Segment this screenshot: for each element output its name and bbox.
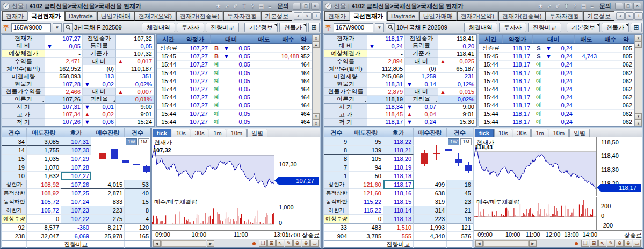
chart-interval-tab[interactable]: 30s [191,129,209,137]
bid-count[interactable]: 45 [447,189,473,197]
bid-qty[interactable]: 833 [91,197,125,206]
window-control-button[interactable]: – [293,3,301,10]
scroll-track[interactable] [161,240,206,247]
depth-compare-label[interactable]: 잔량비교 [61,241,91,248]
toolbar-button[interactable]: 기본정보 [244,23,278,32]
view-tab[interactable]: 국선현재가 [350,11,387,21]
ask-qty[interactable]: 3,085 [27,137,61,146]
chart-tool-button[interactable]: ↖ [276,240,284,247]
view-tab[interactable]: 단일가매매 [419,11,457,21]
ask-count[interactable]: 10 [2,172,27,180]
ask-price[interactable]: 107,28 [61,163,91,172]
bid-price[interactable]: 118,17 [383,180,414,189]
toolbar-button[interactable]: 잔량비교 [206,23,239,32]
ask-qty[interactable]: 1,755 [27,146,61,155]
chart-tool-button[interactable]: ⊕ [624,240,632,247]
toolbar-button[interactable]: 현물가 [279,23,307,32]
ask-count[interactable]: 8 [324,155,349,163]
bid-qty[interactable]: 319 [414,197,447,206]
bid-price[interactable]: 107,26 [61,180,91,189]
chart-tool-button[interactable]: ✎ [285,240,293,247]
slider-handle-icon[interactable] [575,242,578,245]
tab-scroll-button[interactable]: > [625,12,634,20]
chart-interval-tab[interactable]: tick [153,129,171,137]
scroll-right-button[interactable]: ▶ [529,240,537,247]
titlebar-icon[interactable]: ★ [215,3,222,9]
vertical-scrollbar[interactable]: ⊼ ▲ ▼ ⊻ [312,35,320,126]
bid-price[interactable]: 107,22 [61,215,91,223]
view-tab[interactable]: 단일가매매 [97,11,134,21]
ask-count[interactable]: 9 [324,137,349,146]
window-control-button[interactable]: □ [624,3,632,10]
titlebar-icon[interactable]: ✐ [554,3,561,9]
bid-count[interactable]: 53 [125,180,150,189]
period-button[interactable]: 1M [138,138,149,145]
tab-scroll-button[interactable]: + [634,12,643,20]
ask-qty[interactable]: 50 [349,172,383,180]
chart-tool-button[interactable]: ❏ [259,240,267,247]
symbol-code-input[interactable] [11,23,51,32]
grid-view-button[interactable]: ⊞ [631,23,642,32]
ask-qty[interactable]: 95 [349,137,383,146]
code-dropdown-button[interactable]: ▼ [375,23,384,32]
toolbar-button[interactable]: 체결내역 [464,23,497,32]
chart-tool-button[interactable]: ⊕ [302,240,310,247]
view-tab[interactable]: Daytrade [387,11,419,21]
chart-interval-tab[interactable]: 10m [227,129,247,137]
search-button[interactable] [63,23,73,32]
chart-interval-tab[interactable]: 10s [172,129,190,137]
toolbar-button[interactable]: 현물가 [602,23,629,32]
search-button[interactable] [386,23,395,32]
view-tab[interactable]: 현재가 [2,11,27,21]
view-tab[interactable]: 현재가 [324,11,350,21]
toolbar-button[interactable]: 기본정보 [567,23,600,32]
bid-count[interactable]: 23 [447,197,473,206]
scroll-left-button[interactable]: ◀ [475,240,483,247]
toolbar-button[interactable]: 체결내역 [142,23,175,32]
view-tab[interactable]: 투자자현황 [545,11,583,21]
vertical-scrollbar[interactable]: ⊼ ▲ ▼ ⊻ [634,35,642,126]
titlebar-icon[interactable]: ↗ [223,3,230,9]
bid-price[interactable]: 118,13 [383,215,414,223]
bid-price[interactable]: 107,25 [61,189,91,197]
chart-interval-tab[interactable]: tick [475,129,494,137]
ask-count[interactable]: 14 [2,146,27,155]
chart-tool-button[interactable]: ❏ [581,240,589,247]
bid-price[interactable]: 107,23 [61,206,91,215]
chart-interval-tab[interactable]: 일별 [247,129,267,137]
ask-count[interactable]: 34 [2,137,27,146]
grid-view-button[interactable]: ⊞ [308,23,320,32]
period-button[interactable]: 1W [448,138,460,145]
ask-price[interactable]: 107,30 [61,146,91,155]
chart-tool-button[interactable]: ↖ [598,240,606,247]
zoom-slider[interactable] [215,240,258,247]
chart-interval-tab[interactable]: 일별 [569,129,590,137]
ask-price[interactable]: 118,20 [383,155,414,163]
inquiry-menu[interactable]: 문의 [599,2,611,10]
chart-tool-button[interactable]: ⊖ [616,240,624,247]
ask-price[interactable]: 118,21 [383,146,414,155]
view-tab[interactable]: 기본정보 [261,11,292,21]
ask-qty[interactable]: 139 [349,146,383,155]
ask-count[interactable]: 19 [2,163,27,172]
chart-interval-tab[interactable]: 10m [549,129,569,137]
bid-count[interactable]: 40 [125,189,150,197]
scroll-up-button[interactable]: ▲ [313,41,320,48]
period-button[interactable]: 1W [126,138,138,145]
chart-interval-tab[interactable]: 30s [513,129,531,137]
bid-qty[interactable]: 638 [414,189,447,197]
titlebar-icon[interactable]: ✐ [232,3,239,9]
titlebar-icon[interactable]: T [563,3,570,9]
bid-count[interactable]: 4 [125,215,150,223]
chart-interval-tab[interactable]: 1m [209,129,226,137]
scroll-bottom-button[interactable]: ⊻ [635,120,642,126]
titlebar-icon[interactable]: ▤ [258,3,265,9]
titlebar-icon[interactable]: T [241,3,248,9]
window-control-button[interactable]: × [311,3,319,10]
bid-price[interactable]: 118,14 [383,206,414,215]
ask-price[interactable]: 118,22 [383,137,414,146]
ask-qty[interactable]: 1,035 [27,155,61,163]
chart-interval-tab[interactable]: 10s [494,129,512,137]
chart-tool-button[interactable]: ⊞ [590,240,598,247]
titlebar-icon[interactable]: ≡ [266,3,273,9]
